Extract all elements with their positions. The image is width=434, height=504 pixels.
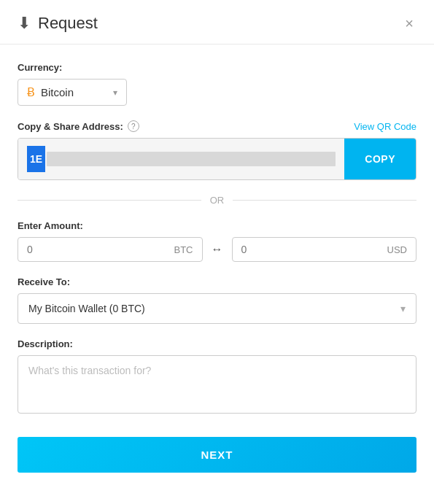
address-input-field: 1E — [18, 139, 344, 179]
btc-amount-input[interactable] — [27, 244, 174, 255]
request-icon: ⬇ — [18, 15, 31, 31]
next-button[interactable]: NEXT — [18, 437, 416, 473]
chevron-down-icon: ▾ — [113, 88, 117, 98]
address-header: Copy & Share Address: ? View QR Code — [18, 120, 416, 132]
header-left: ⬇ Request — [18, 14, 98, 33]
amount-label: Enter Amount: — [18, 220, 416, 231]
amount-section: Enter Amount: BTC ↔ USD — [18, 220, 416, 262]
request-modal: ⬇ Request × Currency: Ƀ Bitcoin ▾ Copy &… — [0, 0, 434, 504]
close-button[interactable]: × — [402, 13, 416, 34]
address-input-row: 1E COPY — [18, 138, 416, 180]
receive-to-dropdown[interactable]: My Bitcoin Wallet (0 BTC) ▾ — [18, 293, 416, 324]
address-label-row: Copy & Share Address: ? — [18, 120, 139, 132]
or-divider: OR — [18, 195, 416, 206]
help-icon[interactable]: ? — [128, 120, 139, 132]
usd-amount-input[interactable] — [241, 244, 387, 255]
receive-to-label: Receive To: — [18, 276, 416, 287]
btc-unit: BTC — [174, 244, 193, 255]
or-text: OR — [210, 195, 225, 206]
modal-content: Currency: Ƀ Bitcoin ▾ Copy & Share Addre… — [0, 44, 434, 504]
view-qr-link[interactable]: View QR Code — [354, 121, 416, 132]
receive-to-section: Receive To: My Bitcoin Wallet (0 BTC) ▾ — [18, 276, 416, 324]
copy-button[interactable]: COPY — [344, 139, 416, 179]
description-section: Description: — [18, 338, 416, 416]
currency-selected: Bitcoin — [41, 86, 107, 98]
currency-section: Currency: Ƀ Bitcoin ▾ — [18, 62, 416, 106]
address-label: Copy & Share Address: — [18, 121, 123, 132]
amount-row: BTC ↔ USD — [18, 237, 416, 262]
modal-header: ⬇ Request × — [0, 0, 434, 44]
address-section: Copy & Share Address: ? View QR Code 1E … — [18, 120, 416, 180]
bitcoin-icon: Ƀ — [27, 85, 35, 99]
page-title: Request — [38, 14, 98, 33]
receive-to-selected: My Bitcoin Wallet (0 BTC) — [28, 303, 400, 314]
currency-dropdown[interactable]: Ƀ Bitcoin ▾ — [18, 79, 127, 106]
btc-amount-wrap: BTC — [18, 237, 203, 262]
address-highlight: 1E — [27, 146, 45, 172]
receive-chevron-icon: ▾ — [400, 303, 406, 314]
description-label: Description: — [18, 338, 416, 349]
usd-amount-wrap: USD — [232, 237, 417, 262]
swap-icon[interactable]: ↔ — [209, 243, 226, 256]
usd-unit: USD — [387, 244, 407, 255]
description-input[interactable] — [18, 355, 416, 414]
currency-label: Currency: — [18, 62, 416, 73]
